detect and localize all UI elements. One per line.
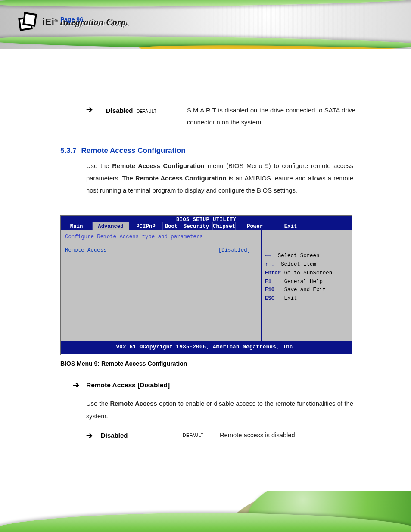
nav-symbol: Enter [265,270,281,276]
bios-caption: BIOS Menu 9: Remote Access Configuration [60,360,187,367]
bios-tab-main[interactable]: Main [61,222,93,230]
arrow-right-icon: ➔ [86,431,93,440]
bios-tab-power[interactable]: Power [236,222,274,230]
bios-tab-exit[interactable]: Exit [274,222,307,230]
intro-paragraph: Use the Remote Access Configuration menu… [86,160,353,197]
bios-setting-value: [Disabled] [218,247,250,253]
bios-tab-boot[interactable]: Boot [163,222,180,230]
arrow-right-icon: ➔ [86,105,93,114]
bios-group-title: Configure Remote Access type and paramet… [65,234,257,240]
option-disabled-smart: ➔ Disabled DEFAULT S.M.A.R.T is disabled… [86,105,355,129]
bios-setting-key: Remote Access [65,247,107,253]
option-heading-remote-access: ➔ Remote Access [Disabled] [73,381,170,389]
para-text: Use the [86,162,112,169]
option-description: S.M.A.R.T is disabled on the drive conne… [187,105,355,129]
brand-logo-icon [19,13,39,33]
nav-symbol: ↑ ↓ [265,261,274,268]
option-heading-text: Remote Access [Disabled] [86,381,170,389]
bios-tab-security[interactable]: Security [180,222,213,230]
nav-symbol: ESC [265,296,274,302]
bios-screenshot: BIOS SETUP UTILITY Main Advanced PCIPnP … [60,215,352,355]
para-text: menu ( [205,162,228,169]
nav-text: Save and Exit [284,287,326,293]
option-label: Disabled [101,432,128,439]
subsection-heading: 5.3.7 Remote Access Configuration [60,146,186,155]
option-disabled-remote: ➔ Disabled DEFAULT Remote access is disa… [86,429,297,442]
nav-symbol: F10 [265,287,274,293]
nav-symbol: F1 [265,279,271,285]
subsection-title: Remote Access Configuration [81,146,186,155]
para-bold: Remote Access [110,400,157,407]
para-bold: Remote Access Configuration [112,162,205,169]
logo-registered: ® [54,19,57,23]
nav-text: Exit [284,296,297,302]
footer-swoosh [0,491,411,532]
nav-symbol: ←→ [265,253,271,259]
nav-text: Select Screen [278,253,320,259]
option-paragraph: Use the Remote Access option to enable o… [86,398,353,422]
bios-tab-advanced[interactable]: Advanced [93,222,129,230]
bios-tab-pcipnp[interactable]: PCIPnP [129,222,163,230]
header-ribbon: iEi® Integration Corp. [0,0,411,49]
bios-hint-bar: v02.61 ©Copyright 1985-2006, American Me… [61,341,352,354]
bios-left-pane: Configure Remote Access type and paramet… [61,230,262,341]
arrow-right-icon: ➔ [73,381,79,389]
bios-right-pane: ←→ Select Screen ↑ ↓ Select Item Enter G… [262,230,352,341]
option-label: Disabled [106,107,133,114]
subsection-number: 5.3.7 [60,146,77,155]
page-number: Page 96 [60,16,83,23]
option-tag: DEFAULT [137,109,156,114]
logo-initials: iEi [42,16,54,27]
nav-text: General Help [284,279,323,285]
bios-tab-chipset[interactable]: Chipset [213,222,236,230]
nav-text: Select Item [281,261,316,268]
option-description: Remote access is disabled. [220,429,297,442]
bios-title: BIOS SETUP UTILITY [61,216,352,222]
para-bold: Remote Access Configuration [135,175,227,182]
bios-tab-bar: Main Advanced PCIPnP Boot Security Chips… [61,222,352,230]
bios-setting-row[interactable]: Remote Access [Disabled] [65,247,250,253]
nav-text: Go to SubScreen [284,270,333,276]
para-text: Use the [86,400,110,407]
option-tag: DEFAULT [183,432,204,438]
cross-reference: BIOS Menu 9 [228,162,269,169]
